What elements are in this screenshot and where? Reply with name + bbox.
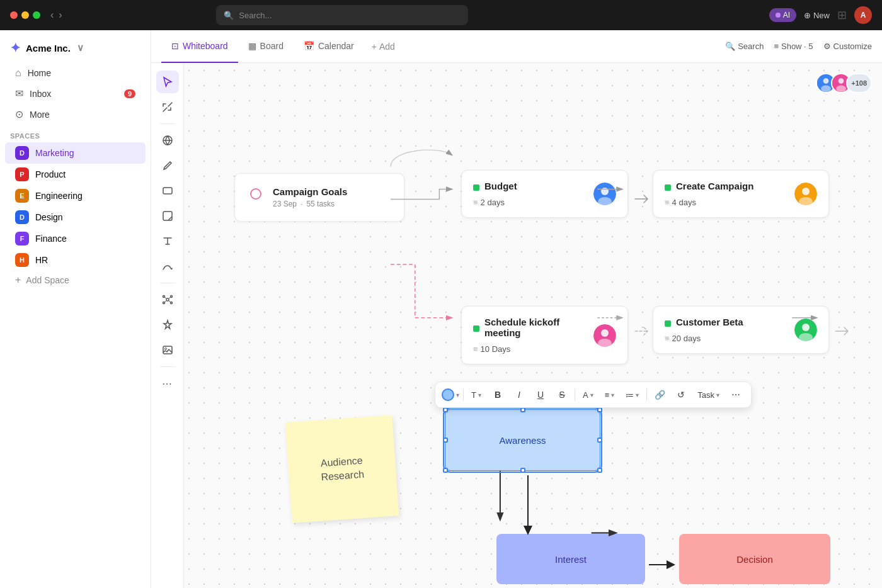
link-button[interactable]: 🔗 (651, 386, 668, 404)
handle-tm[interactable] (520, 407, 525, 412)
pen-tool[interactable] (156, 154, 179, 177)
color-chevron[interactable]: ▾ (456, 392, 459, 399)
underline-button[interactable]: U (532, 386, 549, 404)
more-options-button[interactable]: ⋯ (727, 386, 745, 404)
toolbar-sep-3 (646, 388, 647, 401)
handle-br[interactable] (597, 468, 602, 473)
budget-card[interactable]: Budget ≡ 2 days (461, 170, 628, 218)
bold-button[interactable]: B (489, 386, 507, 404)
tab-whiteboard[interactable]: ⊡ Whiteboard (161, 30, 238, 63)
logo-icon: ✦ (10, 40, 21, 55)
design-label: Design (35, 212, 63, 222)
add-tab-icon: + (372, 42, 377, 52)
font-color-chevron: ▾ (590, 392, 593, 399)
network-tool[interactable] (156, 288, 179, 311)
nav-arrows: ‹ › (50, 9, 62, 21)
sticky-tool[interactable] (156, 205, 179, 227)
product-dot: P (15, 167, 29, 181)
svg-point-14 (839, 78, 844, 84)
handle-bl[interactable] (443, 468, 448, 473)
ai-button[interactable]: AI (769, 8, 796, 22)
color-picker[interactable] (442, 388, 454, 401)
handle-ml[interactable] (443, 438, 448, 443)
tab-add-button[interactable]: + Add (364, 30, 403, 63)
wb-toolbar: ⋯ (151, 63, 184, 588)
sidebar-item-product[interactable]: P Product (5, 164, 146, 185)
sidebar-item-more[interactable]: ⊙ More (5, 104, 146, 125)
budget-avatar (593, 183, 616, 205)
engineering-dot: E (15, 189, 29, 203)
list-dropdown[interactable]: ≔ ▾ (622, 388, 643, 402)
kickoff-days: ≡ 10 Days (473, 344, 588, 354)
calendar-tab-label: Calendar (318, 41, 354, 51)
minimize-dot[interactable] (21, 11, 29, 19)
logo-text: Acme Inc. (26, 43, 71, 54)
forward-button[interactable]: › (59, 9, 62, 21)
handle-tr[interactable] (597, 407, 602, 412)
maximize-dot[interactable] (33, 11, 40, 19)
tab-board[interactable]: ▦ Board (238, 30, 294, 63)
align-dropdown[interactable]: ≡ ▾ (601, 388, 619, 402)
italic-button[interactable]: I (510, 386, 528, 404)
globe-tool[interactable] (156, 129, 179, 152)
add-space-button[interactable]: + Add Space (5, 271, 146, 290)
collaborator-avatars: +108 (816, 73, 872, 93)
customer-beta-card[interactable]: Customer Beta ≡ 20 days (653, 306, 829, 354)
rect-tool[interactable] (156, 179, 179, 202)
campaign-goals-card[interactable]: Campaign Goals 23 Sep · 55 tasks (234, 173, 404, 222)
sidebar-item-marketing[interactable]: D Marketing (5, 142, 146, 164)
text-tool[interactable] (156, 230, 179, 252)
user-avatar[interactable]: A (854, 6, 872, 24)
sidebar-item-hr[interactable]: H HR (5, 249, 146, 271)
handle-tl[interactable] (443, 407, 448, 412)
handle-bm[interactable] (520, 468, 525, 473)
show-action[interactable]: ≡ Show · 5 (774, 42, 813, 51)
close-dot[interactable] (10, 11, 18, 19)
audience-research-sticky[interactable]: Audience Research (285, 415, 399, 523)
task-dropdown[interactable]: Task ▾ (694, 388, 723, 402)
create-campaign-days: ≡ 4 days (665, 198, 789, 207)
design-dot: D (15, 210, 29, 224)
sidebar-item-finance[interactable]: F Finance (5, 228, 146, 249)
whiteboard[interactable]: ⋯ +108 (151, 63, 882, 588)
draw-tool[interactable] (156, 255, 179, 278)
kickoff-title: Schedule kickoff meeting (484, 317, 588, 338)
connector-tool[interactable] (156, 96, 179, 118)
decision-shape[interactable]: Decision (679, 534, 830, 584)
sidebar-item-home[interactable]: ⌂ Home (5, 63, 146, 83)
toolbar-sep-2 (575, 388, 575, 401)
list-chevron: ▾ (636, 392, 639, 399)
back-button[interactable]: ‹ (50, 9, 54, 21)
handle-mr[interactable] (597, 438, 602, 443)
font-color-icon: A (583, 390, 588, 400)
text-color-dropdown[interactable]: A ▾ (579, 388, 597, 402)
select-tool[interactable] (156, 71, 179, 93)
toolbar-sep-1 (463, 388, 464, 401)
search-action[interactable]: 🔍 Search (725, 42, 764, 51)
more-tools[interactable]: ⋯ (156, 372, 179, 395)
customize-action[interactable]: ⚙ Customize (823, 42, 872, 51)
sidebar-item-engineering[interactable]: E Engineering (5, 185, 146, 206)
logo[interactable]: ✦ Acme Inc. ∨ (0, 35, 151, 63)
create-campaign-card[interactable]: Create Campaign ≡ 4 days (653, 170, 829, 218)
calendar-tab-icon: 📅 (304, 41, 314, 51)
schedule-kickoff-card[interactable]: Schedule kickoff meeting ≡ 10 Days (461, 306, 628, 365)
board-tab-icon: ▦ (248, 41, 256, 51)
tab-calendar[interactable]: 📅 Calendar (294, 30, 364, 63)
awareness-container[interactable]: Awareness (445, 410, 600, 470)
strikethrough-button[interactable]: S (553, 386, 571, 404)
customer-beta-title: Customer Beta (676, 317, 743, 327)
sidebar: ✦ Acme Inc. ∨ ⌂ Home ✉ Inbox 9 ⊙ More Sp… (0, 30, 151, 588)
awareness-shape[interactable]: Awareness (445, 410, 600, 470)
global-search[interactable]: 🔍 Search... (216, 5, 468, 25)
apps-icon[interactable]: ⊞ (837, 8, 847, 22)
refresh-button[interactable]: ↺ (672, 386, 690, 404)
image-tool[interactable] (156, 339, 179, 361)
font-size-dropdown[interactable]: T ▾ (467, 388, 485, 402)
svg-point-3 (166, 298, 169, 301)
new-button[interactable]: ⊕ New (804, 11, 830, 20)
sparkle-tool[interactable] (156, 314, 179, 336)
svg-rect-8 (163, 346, 172, 354)
sidebar-item-design[interactable]: D Design (5, 206, 146, 228)
sidebar-item-inbox[interactable]: ✉ Inbox 9 (5, 83, 146, 104)
